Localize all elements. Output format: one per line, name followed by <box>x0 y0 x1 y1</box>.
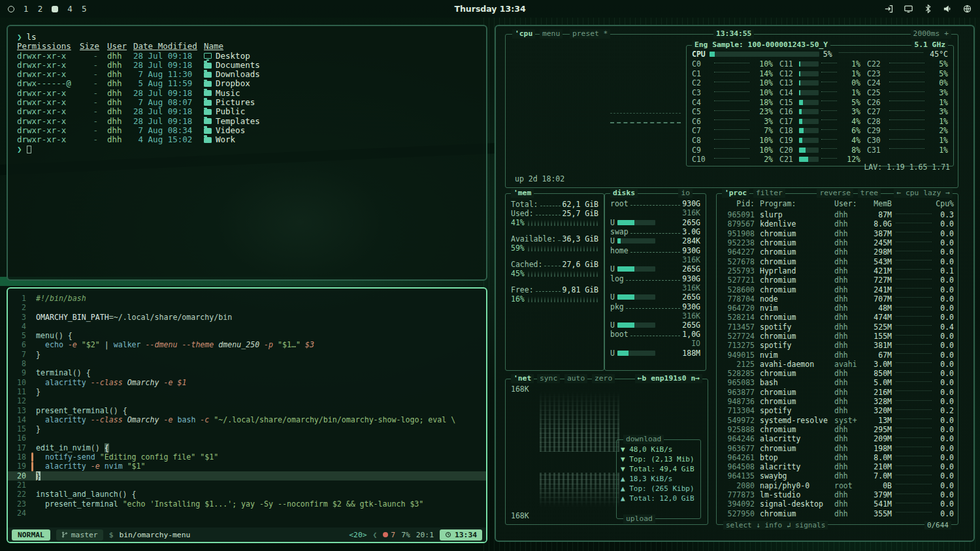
volume-icon[interactable] <box>943 4 953 14</box>
tab-net[interactable]: 'net <box>511 374 534 383</box>
workspace-5[interactable]: 5 <box>82 5 87 14</box>
process-row[interactable]: 952238chromiumdhh245M0.0 <box>721 238 954 247</box>
process-row[interactable]: 948736chromiumdhh328M0.0 <box>721 397 954 406</box>
tab-auto[interactable]: auto <box>564 374 587 383</box>
editor-line[interactable]: 4 <box>8 322 486 331</box>
editor-line[interactable]: 13present_terminal() { <box>8 406 486 415</box>
process-row[interactable]: 965091slurpdhh87M0.3 <box>721 210 954 219</box>
header-user[interactable]: User: <box>834 199 864 209</box>
process-row[interactable]: 964135swaybgdhh7.0M0.0 <box>721 471 954 480</box>
editor-line[interactable]: 2 <box>8 303 486 312</box>
process-row[interactable]: 394092signal-desktopdhh541M0.0 <box>721 499 954 509</box>
header-pid[interactable]: Pid: <box>721 199 755 209</box>
display-icon[interactable] <box>904 4 913 14</box>
tab-proc[interactable]: 'proc <box>722 189 749 198</box>
process-row[interactable]: 527721chromiumdhh727M0.0 <box>721 276 954 285</box>
editor-line[interactable]: 19 alacritty -e nvim "$1" <box>8 462 486 471</box>
logout-icon[interactable] <box>884 4 894 14</box>
editor-line[interactable]: 21 <box>8 480 486 490</box>
header-cpu[interactable]: Cpu% <box>936 199 954 209</box>
tab-zero[interactable]: zero <box>592 374 615 383</box>
tab-tree[interactable]: tree <box>858 189 881 198</box>
tab-menu[interactable]: menu <box>540 29 563 39</box>
editor-line[interactable]: 10 alacritty --class Omarchy -e $1 <box>8 378 486 387</box>
workspace-1[interactable]: 1 <box>24 5 29 14</box>
git-branch-chip[interactable]: master <box>56 529 103 541</box>
process-row[interactable]: 2125avahi-daemonavahi3.0M0.0 <box>721 360 954 369</box>
editor-line[interactable]: 8 <box>8 359 486 368</box>
workspace-2[interactable]: 2 <box>38 5 43 14</box>
editor-line[interactable]: 20} <box>8 471 486 480</box>
process-row[interactable]: 964227chromiumdhh298M0.0 <box>721 247 954 257</box>
editor-line[interactable]: 5menu() { <box>8 331 486 340</box>
process-row[interactable]: 527950chromiumdhh355M0.0 <box>721 509 954 518</box>
editor-line[interactable]: 11} <box>8 387 486 396</box>
editor-line[interactable]: 1#!/bin/bash <box>8 294 486 303</box>
process-row[interactable]: 777873lm-studiodhh379M0.0 <box>721 490 954 499</box>
tab-disks[interactable]: disks <box>610 189 638 198</box>
process-footer-hints[interactable]: select ↓ info ↲ signals <box>723 521 828 529</box>
editor-buffer[interactable]: 1#!/bin/bash23OMARCHY_BIN_PATH=~/.local/… <box>8 294 486 526</box>
editor-line[interactable]: 12 <box>8 396 486 405</box>
process-row[interactable]: 528285chromiumdhh850M0.0 <box>721 369 954 378</box>
tab-preset[interactable]: preset * <box>570 29 610 39</box>
btop-window[interactable]: 'cpu menu preset * 13:34:55 2000ms + Eng… <box>495 25 975 542</box>
clock[interactable]: Thursday 13:34 <box>454 4 525 14</box>
process-row[interactable]: 964246alacrittydhh209M0.0 <box>721 434 954 443</box>
editor-line[interactable]: 7} <box>8 350 486 359</box>
editor-line[interactable]: 18 notify-send "Editing config file" "$1… <box>8 452 486 462</box>
process-row[interactable]: 964720nvimdhh48M0.0 <box>721 304 954 313</box>
process-row[interactable]: 879567kdenlivedhh8.0G0.0 <box>721 219 954 228</box>
omarchy-logo-icon[interactable] <box>8 6 14 12</box>
header-program[interactable]: Program: <box>755 199 834 209</box>
code-text: edit_in_nvim() { <box>36 443 486 452</box>
editor-line[interactable]: 23 present_terminal "echo 'Installing $1… <box>8 499 486 509</box>
editor-line[interactable]: 17edit_in_nvim() { <box>8 443 486 452</box>
prompt-line-empty[interactable]: ❯ <box>17 145 477 154</box>
tab-sort-column[interactable]: ← cpu lazy → <box>894 189 953 198</box>
process-row[interactable]: 964508alacrittydhh210M0.0 <box>721 462 954 471</box>
tab-cpu[interactable]: 'cpu <box>512 29 535 39</box>
editor-line[interactable]: 24 <box>8 509 486 518</box>
tab-reverse[interactable]: reverse <box>817 189 853 198</box>
process-row[interactable]: 527724chromiumdhh155M0.0 <box>721 332 954 341</box>
process-row[interactable]: 528214chromiumdhh474M0.0 <box>721 313 954 322</box>
process-row[interactable]: 713457spotifydhh525M0.4 <box>721 323 954 332</box>
process-row[interactable]: 2080napi/phy0-0root0B0.0 <box>721 481 954 490</box>
process-row[interactable]: 964261btopdhh8.0M0.0 <box>721 453 954 462</box>
bluetooth-icon[interactable] <box>923 4 933 14</box>
process-row[interactable]: 528600chromiumdhh241M0.0 <box>721 285 954 294</box>
editor-line[interactable]: 15} <box>8 424 486 433</box>
process-row[interactable]: 778704nodedhh707M0.0 <box>721 294 954 304</box>
process-row[interactable]: 925888chromiumdhh295M0.0 <box>721 425 954 434</box>
process-row[interactable]: 963677chromiumdhh198M0.0 <box>721 443 954 452</box>
network-icon[interactable] <box>962 4 972 14</box>
tab-sync[interactable]: sync <box>537 374 560 383</box>
editor-line[interactable]: 9terminal() { <box>8 368 486 377</box>
process-row[interactable]: 713304spotifydhh320M0.2 <box>721 406 954 415</box>
process-row[interactable]: 965083bashdhh5.0M0.0 <box>721 378 954 387</box>
tab-mem[interactable]: 'mem <box>511 189 534 198</box>
process-row[interactable]: 255793Hyprlanddhh421M0.1 <box>721 266 954 276</box>
editor-line[interactable]: 22install_and_launch() { <box>8 490 486 499</box>
process-row[interactable]: 949015nvimdhh67M0.0 <box>721 350 954 359</box>
core-table: Eng Sample: 100-000001243-50_Y 5.1 GHz C… <box>686 45 954 166</box>
refresh-interval[interactable]: 2000ms + <box>911 29 951 39</box>
workspace-4[interactable]: 4 <box>67 5 73 14</box>
neovim-window[interactable]: 1#!/bin/bash23OMARCHY_BIN_PATH=~/.local/… <box>7 287 487 543</box>
tab-filter[interactable]: filter <box>753 189 785 198</box>
tab-io[interactable]: io <box>678 189 693 198</box>
editor-line[interactable]: 3OMARCHY_BIN_PATH=~/.local/share/omarchy… <box>8 313 486 322</box>
process-row[interactable]: 713275spotifydhh381M0.0 <box>721 341 954 350</box>
header-memb[interactable]: MemB <box>864 199 892 209</box>
editor-line[interactable]: 14 alacritty --class Omarchy -e bash -c … <box>8 415 486 424</box>
terminal-window-ls[interactable]: ❯ ls Permissions Size User Date Modified… <box>7 25 487 281</box>
process-row[interactable]: 549972systemd-resolvesyst+13M0.0 <box>721 416 954 425</box>
editor-line[interactable]: 16 <box>8 433 486 443</box>
network-interface[interactable]: ←b enp191s0 n→ <box>635 374 702 383</box>
process-row[interactable]: 951908chromiumdhh387M0.0 <box>721 229 954 238</box>
process-row[interactable]: 963877chromiumdhh216M0.0 <box>721 388 954 397</box>
process-row[interactable]: 527678chromiumdhh543M0.0 <box>721 257 954 266</box>
active-workspace-icon[interactable] <box>52 6 58 12</box>
editor-line[interactable]: 6 echo -e "$2" | walker --dmenu --theme … <box>8 340 486 349</box>
